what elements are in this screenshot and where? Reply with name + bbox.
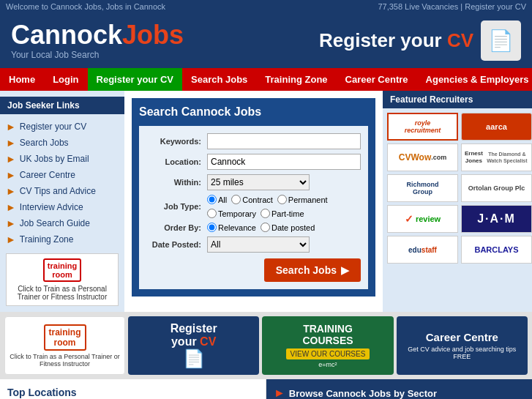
sidebar-item-interview[interactable]: ► Interview Advice: [0, 199, 124, 215]
nav-agencies[interactable]: Agencies & Employers: [417, 68, 532, 91]
arrow-icon: ►: [6, 121, 16, 133]
keywords-row: Keywords:: [146, 133, 361, 149]
jobtype-row: Job Type: All Contract Permanent Tempora…: [146, 195, 361, 218]
search-button[interactable]: Search Jobs ▶: [264, 258, 361, 282]
recruiter-ernest-jones[interactable]: Ernest JonesThe Diamond & Watch Speciali…: [461, 143, 532, 171]
nav-search-jobs[interactable]: Search Jobs: [182, 68, 256, 91]
arrow-icon: ►: [6, 153, 16, 165]
top-bar-left: Welcome to Cannock Jobs, Jobs in Cannock: [6, 2, 165, 11]
nav-login[interactable]: Login: [44, 68, 87, 91]
promo-register-title: Registeryour CV: [171, 322, 217, 348]
location-label: Location:: [146, 157, 201, 166]
dateposted-label: Date Posted:: [146, 240, 201, 249]
sidebar-label: Career Centre: [20, 170, 75, 180]
recruiters-panel: Featured Recruiters roylerecruitment aar…: [383, 91, 532, 312]
orderby-date[interactable]: Date posted: [261, 223, 315, 232]
arrow-icon: ►: [6, 201, 16, 213]
recruiters-title: Featured Recruiters: [383, 91, 532, 108]
promo-row: trainingroom Click to Train as a Persona…: [0, 312, 532, 379]
keywords-input-wrap: [207, 133, 361, 149]
sidebar: Job Seeker Links ► Register your CV ► Se…: [0, 91, 124, 312]
orderby-label: Order By:: [146, 223, 201, 232]
sidebar-item-training[interactable]: ► Training Zone: [0, 231, 124, 247]
promo-career-centre[interactable]: Career Centre Get CV advice and job sear…: [397, 316, 528, 375]
top-bar: Welcome to Cannock Jobs, Jobs in Cannock…: [0, 0, 532, 13]
header: CannockJobs Your Local Job Search Regist…: [0, 13, 532, 68]
sidebar-item-uk-jobs[interactable]: ► UK Jobs by Email: [0, 151, 124, 167]
search-form: Keywords: Location: Within: 5 mile: [139, 126, 368, 289]
sidebar-item-search[interactable]: ► Search Jobs: [0, 135, 124, 151]
training-promo-text: Click to Train as a Personal Trainer or …: [10, 353, 120, 368]
sidebar-item-guide[interactable]: ► Job Search Guide: [0, 215, 124, 231]
promo-courses[interactable]: TRAININGCOURSES VIEW OUR COURSES e=mc²: [262, 316, 393, 375]
courses-title: TRAININGCOURSES: [302, 323, 353, 346]
sidebar-item-cv-tips[interactable]: ► CV Tips and Advice: [0, 183, 124, 199]
sidebar-label: Register your CV: [20, 122, 86, 132]
within-row: Within: 5 miles 10 miles 15 miles 25 mil…: [146, 174, 361, 190]
courses-sub: VIEW OUR COURSES: [286, 348, 370, 359]
search-button-label: Search Jobs: [276, 264, 337, 276]
recruiters-grid: roylerecruitment aarca CVWow.com Ernest …: [383, 108, 532, 268]
nav: Home Login Register your CV Search Jobs …: [0, 68, 532, 91]
sidebar-label: Job Search Guide: [20, 218, 90, 228]
jobtype-all[interactable]: All: [207, 195, 227, 204]
jobtype-permanent[interactable]: Permanent: [277, 195, 328, 204]
recruiter-edustaff[interactable]: edustaff: [387, 236, 458, 264]
register-cv-banner[interactable]: Register your CV 📄: [319, 20, 521, 61]
sidebar-label: Interview Advice: [20, 202, 83, 212]
jobtype-temporary[interactable]: Temporary: [207, 209, 256, 218]
promo-register-cv[interactable]: Registeryour CV 📄: [128, 316, 259, 375]
bottom-row: Top Locations Here is a list of the curr…: [0, 379, 532, 399]
jobtype-label: Job Type:: [146, 202, 201, 211]
jobtype-contract[interactable]: Contract: [231, 195, 273, 204]
recruiter-royle[interactable]: roylerecruitment: [387, 113, 458, 141]
sector-arrow-icon: ►: [274, 387, 285, 399]
recruiter-cvwow[interactable]: CVWow.com: [387, 143, 458, 171]
sector-title: ► Browse Cannock Jobs by Sector: [274, 387, 525, 399]
recruiter-richmond[interactable]: RichmondGroup: [387, 174, 458, 202]
arrow-icon: ►: [6, 234, 16, 245]
recruiter-jam[interactable]: J·A·M: [461, 205, 532, 233]
sidebar-label: UK Jobs by Email: [20, 154, 89, 164]
arrow-icon: ►: [6, 137, 16, 149]
orderby-row: Order By: Relevance Date posted: [146, 223, 361, 232]
dateposted-row: Date Posted: All Today Last 3 days Last …: [146, 236, 361, 253]
orderby-relevance[interactable]: Relevance: [207, 223, 256, 232]
career-promo-title: Career Centre: [426, 331, 498, 343]
keywords-input[interactable]: [207, 133, 361, 149]
locations-title: Top Locations: [7, 387, 258, 398]
sidebar-training-promo[interactable]: trainingroom Click to Train as a Persona…: [6, 253, 119, 306]
training-logo: trainingroom: [43, 258, 81, 282]
logo[interactable]: CannockJobs Your Local Job Search: [11, 22, 184, 60]
sidebar-label: Search Jobs: [20, 138, 69, 148]
main-content: Job Seeker Links ► Register your CV ► Se…: [0, 91, 532, 312]
recruiter-review[interactable]: ✓ review: [387, 205, 458, 233]
nav-career[interactable]: Career Centre: [337, 68, 417, 91]
within-select-wrap: 5 miles 10 miles 15 miles 25 miles 50 mi…: [207, 174, 361, 190]
recruiter-aarca[interactable]: aarca: [461, 113, 532, 141]
dateposted-select[interactable]: All Today Last 3 days Last week Last 2 w…: [207, 236, 310, 253]
search-area: Search Cannock Jobs Keywords: Location: …: [124, 91, 383, 312]
dateposted-select-wrap: All Today Last 3 days Last week Last 2 w…: [207, 236, 361, 253]
search-btn-row: Search Jobs ▶: [146, 258, 361, 282]
recruiter-ortolan[interactable]: Ortolan Group Plc: [461, 174, 532, 202]
sidebar-label: Training Zone: [20, 234, 74, 245]
jobtype-inputs: All Contract Permanent Temporary Part-ti…: [207, 195, 361, 218]
within-select[interactable]: 5 miles 10 miles 15 miles 25 miles 50 mi…: [207, 174, 310, 190]
career-promo-sub: Get CV advice and job searching tips FRE…: [401, 346, 523, 360]
sidebar-title: Job Seeker Links: [0, 97, 124, 114]
sidebar-item-career[interactable]: ► Career Centre: [0, 167, 124, 183]
jobtype-parttime[interactable]: Part-time: [261, 209, 304, 218]
arrow-icon: ►: [6, 217, 16, 229]
recruiter-barclays[interactable]: BARCLAYS: [461, 236, 532, 264]
nav-register[interactable]: Register your CV: [88, 68, 182, 91]
search-arrow-icon: ▶: [341, 264, 349, 276]
nav-training[interactable]: Training Zone: [256, 68, 336, 91]
location-input[interactable]: [207, 154, 361, 170]
nav-home[interactable]: Home: [0, 68, 44, 91]
arrow-icon: ►: [6, 185, 16, 197]
sidebar-label: CV Tips and Advice: [20, 186, 96, 196]
promo-training[interactable]: trainingroom Click to Train as a Persona…: [4, 316, 125, 375]
sector-section: ► Browse Cannock Jobs by Sector: [266, 379, 532, 399]
sidebar-item-register[interactable]: ► Register your CV: [0, 119, 124, 135]
